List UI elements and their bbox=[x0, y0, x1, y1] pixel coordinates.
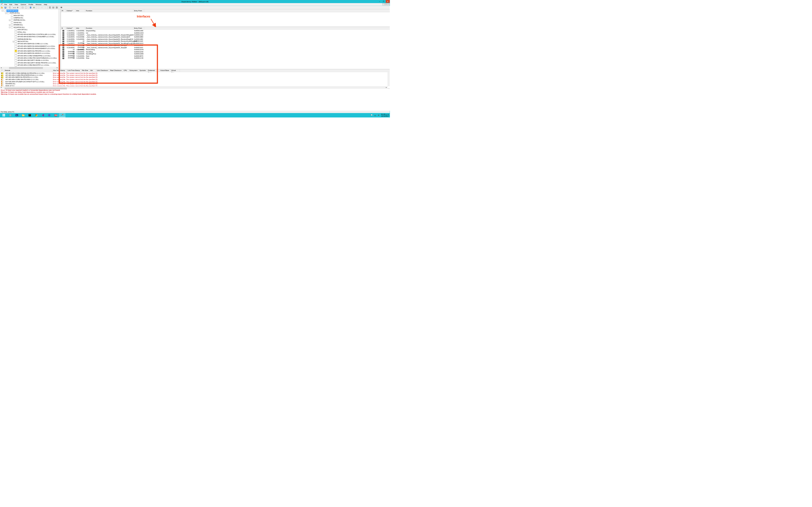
sysinfo-button[interactable] bbox=[33, 6, 36, 9]
dependency-walker-icon[interactable] bbox=[59, 113, 65, 117]
start-button[interactable] bbox=[1, 113, 7, 117]
tree-row[interactable]: API-MS-WIN-CORE-REGISTRY-L1-1-0.DLL bbox=[1, 64, 60, 66]
mcol-virtualsize[interactable]: Virtual Size bbox=[170, 69, 180, 72]
tree-row[interactable]: +KERNEL32.DLL bbox=[1, 19, 60, 21]
module-row[interactable]: EXT-MS-WIN-NTUSER-UICONTEXT-EXT-L1-1-0.D… bbox=[0, 80, 390, 83]
col-hint[interactable]: Hint bbox=[75, 9, 85, 12]
collapse-icon[interactable]: - bbox=[2, 10, 3, 11]
expand-icon[interactable]: - bbox=[9, 26, 10, 28]
export-row[interactable]: 5 (0x0005)9 (0x0009)_Java_linktivity_nat… bbox=[61, 38, 390, 40]
menu-edit[interactable]: Edit bbox=[8, 3, 13, 6]
minimize-button[interactable]: ─ bbox=[377, 0, 382, 3]
scroll-right-arrow[interactable]: ► bbox=[385, 87, 388, 88]
col-entrypoint[interactable]: Entry Point bbox=[133, 9, 144, 12]
scroll-left-arrow[interactable]: ◄ bbox=[0, 67, 2, 69]
refresh-button[interactable] bbox=[44, 6, 47, 9]
tree-row[interactable]: +SECHOST.DLL bbox=[1, 40, 60, 43]
maximize-button[interactable]: ❐ bbox=[382, 0, 386, 3]
menu-file[interactable]: File bbox=[3, 3, 8, 6]
tree-row[interactable]: API-MS-WIN-EVENTING-CONTROLLER-L1-1-0.DL… bbox=[1, 33, 60, 36]
visualstudio-icon[interactable] bbox=[40, 113, 46, 117]
tree-row[interactable]: -LKEXPORT.DLL bbox=[1, 10, 60, 12]
open-button[interactable] bbox=[1, 6, 4, 9]
module-row[interactable]: API-MS-WIN-CORE-SHUTDOWN-L1-1-1.DLLError… bbox=[0, 78, 390, 81]
module-row[interactable]: ?API-MS-WIN-SERVICE-PRIVATE-L1-1-1.DLLEr… bbox=[0, 76, 390, 78]
mcol-linktimestamp[interactable]: Link Time Stamp bbox=[67, 69, 81, 72]
tree-row[interactable]: GDI32.DLL bbox=[1, 21, 60, 24]
tree-row[interactable]: API-MS-WIN-SECURITY-BASE-L1-2-0.DLL bbox=[1, 59, 60, 61]
tree-row[interactable]: -ADVAPI32.DLL bbox=[1, 26, 60, 29]
expand-icon[interactable]: + bbox=[9, 19, 10, 21]
explorer-icon[interactable] bbox=[20, 113, 27, 117]
export-row[interactable]: 4 (0x0004)8 (0x0008)_Java_linktivity_nat… bbox=[61, 36, 390, 38]
export-row[interactable]: 14 (0x000E)6 (0x0006)Stop0x00001C40 bbox=[61, 57, 390, 59]
server-manager-icon[interactable] bbox=[7, 113, 13, 117]
export-row[interactable]: 10 (0x000A)2 (0x0002)ReceiveMsg0x00001DA… bbox=[61, 49, 390, 51]
mcol-filesize[interactable]: File Size bbox=[81, 69, 90, 72]
view3-button[interactable] bbox=[55, 6, 58, 9]
exports-grid[interactable]: E Ordinal ^ Hint Function Entry Point 1 … bbox=[61, 27, 390, 69]
tree-row[interactable]: -AVIFIL32.DLL bbox=[1, 12, 60, 14]
expand-icon[interactable]: + bbox=[13, 41, 14, 42]
modules-vert-scrollbar[interactable] bbox=[388, 72, 390, 86]
fullpaths-button[interactable] bbox=[17, 6, 20, 9]
tree-row[interactable]: NTDLL.DLL bbox=[1, 31, 60, 33]
mcol-icon[interactable]: ^ bbox=[0, 69, 4, 72]
tray-volume-icon[interactable] bbox=[377, 114, 380, 116]
log-pane[interactable]: Error: At least one required implicit or… bbox=[0, 89, 390, 109]
module-row[interactable]: IESHIMS.DLLError opening file. The syste… bbox=[0, 83, 390, 85]
tray-flag-icon[interactable] bbox=[370, 114, 373, 116]
tree-row[interactable]: MSVCRT.DLL bbox=[1, 14, 60, 17]
mdi-restore-button[interactable]: ❐ bbox=[385, 3, 387, 5]
col-ordinal-exp[interactable]: Ordinal ^ bbox=[66, 27, 75, 30]
mcol-preferredbase[interactable]: Preferred Base bbox=[147, 69, 160, 72]
col-entrypoint-exp[interactable]: Entry Point bbox=[133, 27, 144, 30]
mcol-subsystem[interactable]: Subsystem bbox=[129, 69, 139, 72]
mcol-linkchecksum[interactable]: Link Checksum bbox=[96, 69, 109, 72]
module-row[interactable]: ?API-MS-WIN-CORE-PRIVATEPROFILE-L1-1-1.D… bbox=[0, 74, 390, 76]
mcol-filetimestamp[interactable]: File Time Stamp bbox=[52, 69, 67, 72]
expand-button[interactable] bbox=[37, 6, 40, 9]
help-button[interactable]: ⁇ bbox=[60, 6, 63, 9]
menu-view[interactable]: View bbox=[13, 3, 19, 6]
tree-row[interactable]: API-MS-WIN-SERVICE-WINSVC-L1-2-0.DLL bbox=[1, 52, 60, 54]
mcol-symbols[interactable]: Symbols bbox=[139, 69, 147, 72]
expand-icon[interactable]: - bbox=[5, 12, 6, 14]
save-button[interactable] bbox=[4, 6, 7, 9]
menu-window[interactable]: Window bbox=[35, 3, 42, 6]
mcol-cpu[interactable]: CPU bbox=[123, 69, 129, 72]
mcol-attr[interactable]: Attr. bbox=[89, 69, 96, 72]
tree-row[interactable]: API-MS-WIN-SECURITY-BASE-PRIVATE-L1-1-1.… bbox=[1, 62, 60, 64]
tree-row[interactable]: API-MS-WIN-CORE-PROCESSTHREADS-L1-1-2.DL… bbox=[1, 57, 60, 59]
tree-row[interactable]: KERNELBASE.DLL bbox=[1, 38, 60, 40]
scroll-left-arrow[interactable]: ◄ bbox=[0, 87, 2, 88]
chrome-icon[interactable] bbox=[33, 113, 40, 117]
tree-row[interactable]: USER32.DLL bbox=[1, 17, 60, 19]
tree-vert-scrollbar[interactable] bbox=[58, 9, 61, 69]
mdi-minimize-button[interactable]: ─ bbox=[382, 3, 385, 5]
col-pi[interactable]: PI bbox=[61, 9, 66, 12]
mcol-realchecksum[interactable]: Real Checksum bbox=[109, 69, 123, 72]
tree-horz-scrollbar[interactable]: ◄ ► bbox=[0, 67, 58, 69]
col-function-exp[interactable]: Function bbox=[85, 27, 133, 30]
tree-row[interactable]: API-MS-WIN-EVENTING-CONSUMER-L1-1-0.DLL bbox=[1, 36, 60, 38]
powershell-icon[interactable]: >_ bbox=[13, 113, 20, 117]
close-button[interactable]: ✕ bbox=[386, 0, 390, 3]
modules-horz-scrollbar[interactable]: ◄ ► bbox=[0, 86, 388, 89]
mcol-module[interactable]: Module bbox=[4, 69, 52, 72]
tree-row[interactable]: API-MS-WIN-CORE-NAMEDPIPE-L1-2-0.DLL bbox=[1, 55, 60, 57]
imports-grid[interactable]: PI Ordinal ^ Hint Function Entry Point I… bbox=[61, 9, 390, 27]
tree-row[interactable]: API-MS-WIN-SERVICE-MANAGEMENT-L1-1-0.DLL bbox=[1, 45, 60, 47]
col-e[interactable]: E bbox=[61, 27, 66, 30]
export-row[interactable]: 7 (0x0007)11 (0x000B)_Java_linktivity_na… bbox=[61, 43, 390, 45]
export-row[interactable]: 1 (0x0001)0 (0x0000)DispatchMsg0x00001A8… bbox=[61, 30, 390, 32]
col-ordinal[interactable]: Ordinal ^ bbox=[66, 9, 75, 12]
menu-profile[interactable]: Profile bbox=[28, 3, 35, 6]
cmd-icon[interactable]: C:\ bbox=[27, 113, 33, 117]
view1-button[interactable] bbox=[49, 6, 52, 9]
firefox-icon[interactable] bbox=[46, 113, 52, 117]
dependency-tree[interactable]: -LKEXPORT.DLL-AVIFIL32.DLLMSVCRT.DLLUSER… bbox=[0, 9, 61, 69]
export-row[interactable]: 6 (0x0006)10 (0x000A)_Java_linktivity_na… bbox=[61, 40, 390, 42]
tree-row[interactable]: ?API-MS-WIN-SERVICE-PRIVATE-L1-1-1.DLL bbox=[1, 50, 60, 52]
col-hint-exp[interactable]: Hint bbox=[75, 27, 85, 30]
